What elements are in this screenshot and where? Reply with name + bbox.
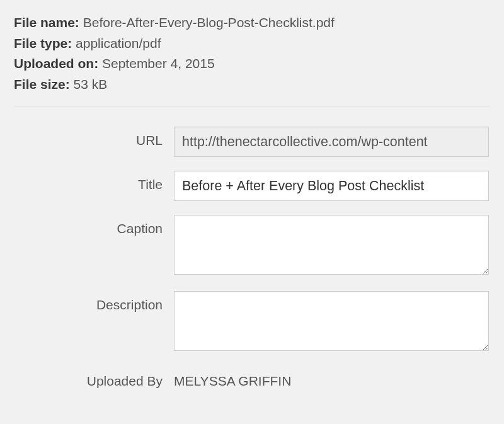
- description-row: Description: [14, 291, 490, 353]
- file-type-value: application/pdf: [76, 36, 161, 50]
- caption-row: Caption: [14, 215, 490, 277]
- title-label: Title: [14, 171, 174, 192]
- uploaded-by-row: Uploaded By MELYSSA GRIFFIN: [14, 367, 490, 389]
- file-metadata: File name: Before-After-Every-Blog-Post-…: [14, 13, 490, 95]
- url-label: URL: [14, 127, 174, 148]
- attachment-form: URL Title Caption Description Uploaded B…: [14, 127, 490, 389]
- uploaded-by-label: Uploaded By: [14, 367, 174, 389]
- uploaded-on-value: September 4, 2015: [102, 56, 215, 71]
- file-type-label: File type:: [14, 36, 72, 50]
- caption-textarea[interactable]: [174, 215, 489, 275]
- url-row: URL: [14, 127, 490, 157]
- title-input[interactable]: [174, 171, 489, 201]
- file-type-row: File type: application/pdf: [14, 33, 490, 54]
- section-divider: [14, 106, 490, 106]
- url-input[interactable]: [174, 127, 489, 157]
- uploaded-by-value: MELYSSA GRIFFIN: [174, 367, 489, 389]
- file-name-value: Before-After-Every-Blog-Post-Checklist.p…: [83, 15, 335, 30]
- caption-label: Caption: [14, 215, 174, 236]
- file-size-label: File size:: [14, 77, 70, 91]
- title-row: Title: [14, 171, 490, 201]
- file-size-row: File size: 53 kB: [14, 74, 490, 95]
- description-textarea[interactable]: [174, 291, 489, 351]
- uploaded-on-label: Uploaded on:: [14, 56, 98, 71]
- file-name-row: File name: Before-After-Every-Blog-Post-…: [14, 13, 490, 33]
- uploaded-on-row: Uploaded on: September 4, 2015: [14, 54, 490, 74]
- file-size-value: 53 kB: [74, 77, 108, 91]
- description-label: Description: [14, 291, 174, 312]
- file-name-label: File name:: [14, 15, 79, 30]
